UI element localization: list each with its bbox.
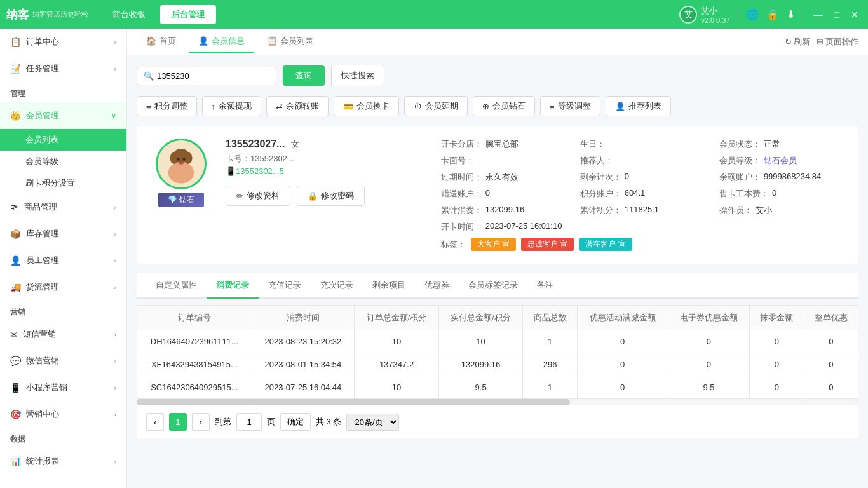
cell-time: 2023-07-25 16:04:44 [252, 376, 355, 399]
minimize-btn[interactable]: — [811, 8, 826, 21]
page-input[interactable] [236, 413, 262, 431]
svg-point-4 [170, 152, 178, 165]
svg-point-6 [177, 158, 180, 161]
miniapp-icon: 📱 [10, 383, 21, 393]
per-page-select[interactable]: 20条/页 [346, 414, 399, 431]
table-row[interactable]: XF164329438154915... 2023-08-01 15:34:54… [137, 353, 858, 376]
refresh-icon: ↻ [785, 37, 792, 46]
search-input[interactable] [157, 71, 259, 81]
marketing-icon: 🎯 [10, 409, 21, 419]
close-btn[interactable]: ✕ [848, 8, 862, 21]
sidebar-item-tasks[interactable]: 📝 任务管理 › [0, 55, 126, 82]
points-adjust-btn[interactable]: ≡ 积分调整 [137, 96, 197, 116]
sidebar-item-miniapp[interactable]: 📱 小程序营销 › [0, 374, 126, 401]
sidebar-item-reports[interactable]: 📊 统计报表 › [0, 448, 126, 475]
sidebar-item-sms[interactable]: ✉ 短信营销 › [0, 321, 126, 348]
cell-order-no: XF164329438154915... [137, 353, 252, 376]
sidebar-sub-members-list[interactable]: 会员列表 [0, 129, 126, 151]
detail-tab-sessions[interactable]: 充次记录 [311, 273, 363, 299]
detail-tab-recharge[interactable]: 充值记录 [259, 273, 311, 299]
divider [738, 8, 738, 21]
cell-paid: 132099.16 [438, 353, 523, 376]
change-password-btn[interactable]: 🔒 修改密码 [297, 186, 365, 206]
chevron-staff: › [114, 257, 116, 264]
cell-total: 10 [355, 376, 439, 399]
prev-page-btn[interactable]: ‹ [146, 413, 164, 431]
balance-withdraw-btn[interactable]: ↑ 余额提现 [202, 96, 262, 116]
detail-tab-remaining[interactable]: 剩余项目 [363, 273, 415, 299]
horizontal-scrollbar[interactable] [137, 399, 858, 405]
tab-member-list[interactable]: 📋 会员列表 [257, 30, 323, 53]
svg-point-5 [184, 152, 193, 165]
maximize-btn[interactable]: □ [831, 8, 843, 21]
balance-transfer-btn[interactable]: ⇄ 余额转账 [266, 96, 329, 116]
extend-btn[interactable]: ⏱ 会员延期 [404, 96, 468, 116]
lock-icon[interactable]: 🔒 [766, 8, 779, 20]
sidebar-item-wechat[interactable]: 💬 微信营销 › [0, 348, 126, 374]
sidebar-item-staff[interactable]: 👤 员工管理 › [0, 247, 126, 274]
chevron-members: ∨ [111, 112, 116, 120]
lock-btn[interactable]: ⊕ 会员钻石 [473, 96, 535, 116]
page-confirm-btn[interactable]: 确定 [280, 413, 311, 431]
page-op-btn[interactable]: ⊞ 页面操作 [817, 36, 858, 48]
sidebar-sub-points-settings[interactable]: 刷卡积分设置 [0, 172, 126, 194]
query-btn[interactable]: 查询 [283, 65, 325, 86]
detail-tab-consume[interactable]: 消费记录 [207, 273, 259, 299]
page-1-btn[interactable]: 1 [169, 413, 187, 431]
cell-paid: 10 [438, 330, 523, 353]
next-page-btn[interactable]: › [192, 413, 210, 431]
refresh-btn[interactable]: ↻ 刷新 [785, 36, 810, 48]
sidebar-staff-label: 员工管理 [26, 255, 59, 266]
chevron-tasks: › [114, 65, 116, 72]
members-icon: 👑 [10, 111, 21, 121]
globe-icon[interactable]: 🌐 [746, 8, 759, 20]
detail-tab-notes[interactable]: 备注 [527, 273, 563, 299]
download-icon[interactable]: ⬇ [787, 8, 795, 20]
cell-count: 1 [523, 376, 577, 399]
member-phone[interactable]: 📱13552302...5 [226, 166, 428, 176]
goods-icon: 🛍 [10, 202, 19, 212]
sidebar-item-orders[interactable]: 📋 订单中心 › [0, 29, 126, 55]
info-operator: 操作员： 艾小 [719, 205, 846, 216]
detail-tab-custom[interactable]: 自定义属性 [146, 273, 207, 299]
sidebar-item-goods[interactable]: 🛍 商品管理 › [0, 194, 126, 220]
cell-order-no: DH164640723961111... [137, 330, 252, 353]
user-avatar: 艾 [679, 6, 697, 24]
cell-discount: 0 [577, 376, 668, 399]
sidebar-item-marketing[interactable]: 🎯 营销中心 › [0, 401, 126, 428]
edit-profile-btn[interactable]: ✏ 修改资料 [226, 186, 290, 206]
page-content: 🔍 查询 快捷搜索 ≡ 积分调整 ↑ 余额提现 ⇄ 余额转账 [127, 55, 868, 488]
level-adjust-btn[interactable]: ≡ 等级调整 [540, 96, 600, 116]
user-name: 艾小 [701, 5, 729, 17]
card-change-btn[interactable]: 💳 会员换卡 [334, 96, 399, 116]
svg-point-2 [168, 162, 194, 183]
table-row[interactable]: SC164230640929515... 2023-07-25 16:04:44… [137, 376, 858, 399]
app-name: 纳客 [6, 7, 29, 22]
member-card: 💎 钻石 135523027... 女 卡号：13552302... 📱1355… [137, 126, 858, 264]
search-input-wrapper[interactable]: 🔍 [137, 67, 276, 85]
cell-order-no: SC164230640929515... [137, 376, 252, 399]
chevron-orders: › [114, 38, 116, 46]
quick-search-btn[interactable]: 快捷搜索 [331, 65, 384, 86]
col-total: 订单总金额/积分 [355, 306, 439, 330]
cell-count: 296 [523, 353, 577, 376]
nav-backend-btn[interactable]: 后台管理 [160, 5, 216, 24]
tab-home[interactable]: 🏠 首页 [137, 30, 186, 53]
cell-round-off: 0 [750, 376, 804, 399]
lock-member-icon: ⊕ [482, 102, 489, 111]
recommend-icon: 👤 [615, 102, 625, 111]
sidebar-item-members[interactable]: 👑 会员管理 ∨ [0, 102, 126, 129]
recommend-list-btn[interactable]: 👤 推荐列表 [606, 96, 671, 116]
detail-tab-coupons[interactable]: 优惠券 [415, 273, 459, 299]
nav-frontend-btn[interactable]: 前台收银 [101, 5, 157, 24]
sidebar-item-inventory[interactable]: 📦 库存管理 › [0, 220, 126, 247]
sidebar-item-logistics[interactable]: 🚚 货流管理 › [0, 274, 126, 301]
svg-point-7 [182, 158, 186, 161]
table-row[interactable]: DH164640723961111... 2023-08-23 15:20:32… [137, 330, 858, 353]
page-op-icon: ⊞ [817, 37, 824, 46]
divider2 [803, 8, 803, 21]
sidebar-sub-members-level[interactable]: 会员等级 [0, 151, 126, 172]
tab-member-info[interactable]: 👤 会员信息 [189, 30, 254, 53]
detail-tab-tags[interactable]: 会员标签记录 [459, 273, 527, 299]
app-version: v2.0.0.37 [701, 17, 729, 24]
